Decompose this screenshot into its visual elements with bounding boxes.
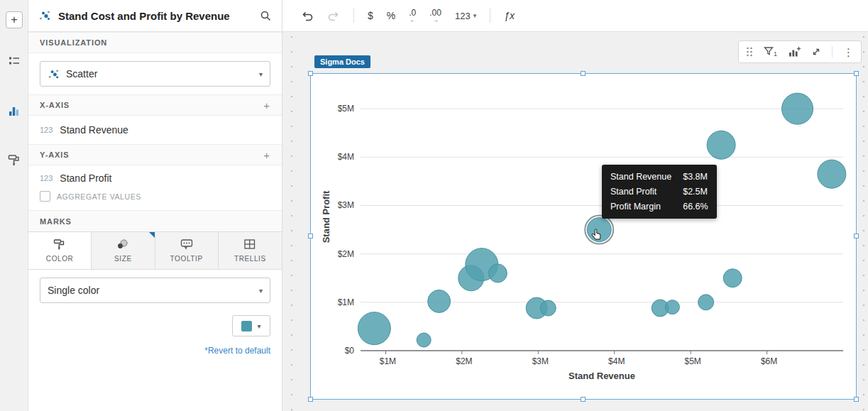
y-axis-section-header: Y-AXIS +: [28, 144, 282, 165]
x-axis-field-name: Stand Revenue: [60, 124, 128, 136]
svg-text:$3M: $3M: [532, 356, 549, 366]
element-header: Stand Cost and Profit by Revenue: [28, 0, 282, 32]
formula-button[interactable]: ƒx: [504, 10, 515, 21]
resize-handle-top-right[interactable]: [854, 71, 859, 76]
toolbar-divider: [832, 46, 833, 57]
aggregate-values-checkbox[interactable]: [40, 191, 50, 202]
chart-tooltip: Stand Revenue $3.8M Stand Profit $2.5M P…: [602, 165, 717, 219]
chevron-down-icon: ▾: [257, 322, 260, 330]
tooltip-label: Profit Margin: [610, 202, 671, 212]
resize-handle-left[interactable]: [308, 234, 313, 239]
resize-handle-bottom-left[interactable]: [308, 397, 313, 402]
svg-text:$0: $0: [345, 346, 355, 356]
redo-icon: [327, 10, 340, 21]
y-axis-add-button[interactable]: +: [263, 149, 270, 161]
tab-color-label: COLOR: [46, 255, 74, 263]
resize-handle-right[interactable]: [854, 234, 859, 239]
chart-plus-icon: [788, 46, 801, 57]
format-button[interactable]: [7, 153, 21, 168]
tooltip-value: 66.6%: [683, 202, 708, 212]
filter-button[interactable]: 1: [764, 46, 777, 57]
chart-element[interactable]: $0$1M$2M$3M$4M$5M$1M$2M$3M$4M$5M$6MStand…: [310, 73, 857, 400]
chevron-down-icon: ▾: [259, 287, 263, 295]
color-mode-select[interactable]: Single color ▾: [40, 278, 270, 303]
svg-text:$2M: $2M: [338, 249, 354, 259]
decrease-decimals-button[interactable]: .0 ←: [409, 9, 416, 23]
visualization-section-header: VISUALIZATION: [28, 32, 282, 53]
decrease-decimals-glyph: .0: [409, 9, 416, 17]
workbook-canvas[interactable]: Sigma Docs 1: [282, 32, 868, 411]
tooltip-value: $2.5M: [683, 187, 708, 197]
drag-handle-icon[interactable]: [746, 46, 753, 57]
svg-text:$6M: $6M: [761, 356, 777, 366]
y-axis-field[interactable]: 123 Stand Profit: [28, 165, 282, 191]
maximize-button[interactable]: [811, 47, 821, 57]
left-arrow-icon: ←: [410, 18, 415, 23]
increase-decimals-glyph: .00: [429, 9, 441, 17]
x-axis-add-button[interactable]: +: [263, 99, 270, 111]
svg-text:Stand Revenue: Stand Revenue: [568, 371, 635, 381]
svg-text:$4M: $4M: [608, 356, 625, 366]
scatter-plot[interactable]: $0$1M$2M$3M$4M$5M$1M$2M$3M$4M$5M$6MStand…: [311, 74, 856, 399]
swatch-row: ▾: [28, 311, 282, 336]
paint-roller-icon: [53, 239, 66, 251]
marks-tabs: COLOR SIZE TOOLTIP: [28, 231, 282, 270]
redo-button[interactable]: [327, 10, 340, 21]
formatting-toolbar: $ % .0 ← .00 → 123 ▾ ƒx: [282, 0, 868, 32]
resize-handle-top-left[interactable]: [308, 71, 313, 76]
currency-format-button[interactable]: $: [368, 10, 373, 21]
search-icon[interactable]: [260, 10, 272, 22]
grid-dots-left: [291, 36, 292, 411]
marks-label: MARKS: [40, 217, 72, 226]
tooltip-label: Stand Profit: [610, 187, 671, 197]
filter-count-badge: 1: [774, 50, 777, 57]
paint-roller-icon: [7, 153, 21, 168]
visualization-label: VISUALIZATION: [40, 38, 107, 47]
marks-section-header: MARKS: [28, 210, 282, 231]
element-title[interactable]: Stand Cost and Profit by Revenue: [58, 10, 253, 22]
percent-format-button[interactable]: %: [387, 10, 395, 21]
tooltip-value: $3.8M: [683, 172, 708, 182]
svg-text:Stand Profit: Stand Profit: [321, 190, 331, 243]
aggregate-values-label: AGGREGATE VALUES: [57, 192, 141, 201]
add-element-button[interactable]: +: [6, 11, 23, 28]
color-swatch: [241, 321, 252, 331]
svg-text:$4M: $4M: [338, 152, 354, 162]
y-axis-label: Y-AXIS: [40, 150, 69, 159]
number-type-badge: 123: [40, 126, 53, 134]
tooltip-label: Stand Revenue: [610, 172, 671, 182]
number-type-badge: 123: [40, 174, 53, 182]
add-chart-button[interactable]: [788, 46, 801, 57]
resize-handle-bottom[interactable]: [581, 397, 586, 402]
modified-indicator: [149, 232, 155, 238]
page-outline-button[interactable]: [7, 54, 21, 68]
tab-tooltip[interactable]: TOOLTIP: [155, 232, 219, 269]
increase-decimals-button[interactable]: .00 →: [429, 9, 441, 23]
more-options-button[interactable]: ⋮: [843, 47, 854, 57]
toolbar-divider: [353, 9, 354, 23]
undo-button[interactable]: [301, 10, 314, 21]
chart-elements-button[interactable]: [7, 104, 21, 118]
visualization-type-select[interactable]: Scatter ▾: [40, 61, 270, 87]
resize-handle-top[interactable]: [581, 71, 586, 76]
svg-text:$3M: $3M: [338, 200, 354, 210]
color-swatch-button[interactable]: ▾: [232, 315, 270, 336]
revert-to-default-link[interactable]: *Revert to default: [28, 336, 282, 365]
tab-tooltip-label: TOOLTIP: [170, 255, 203, 263]
chevron-down-icon: ▾: [473, 12, 477, 19]
scatter-type-icon: [38, 9, 51, 22]
x-axis-section-header: X-AXIS +: [28, 94, 282, 116]
tab-trellis[interactable]: TRELLIS: [219, 232, 282, 269]
bar-chart-icon: [7, 104, 21, 118]
hand-cursor: [590, 229, 603, 246]
size-circles-icon: [116, 239, 129, 251]
tab-size[interactable]: SIZE: [92, 232, 155, 269]
y-axis-field-name: Stand Profit: [60, 172, 111, 184]
svg-text:$1M: $1M: [338, 297, 354, 307]
tab-color[interactable]: COLOR: [28, 232, 92, 269]
resize-handle-bottom-right[interactable]: [854, 397, 859, 402]
color-mode-value: Single color: [48, 285, 99, 296]
number-format-dropdown[interactable]: 123 ▾: [455, 11, 476, 21]
scatter-option-icon: [48, 68, 60, 80]
x-axis-field[interactable]: 123 Stand Revenue: [28, 116, 282, 144]
